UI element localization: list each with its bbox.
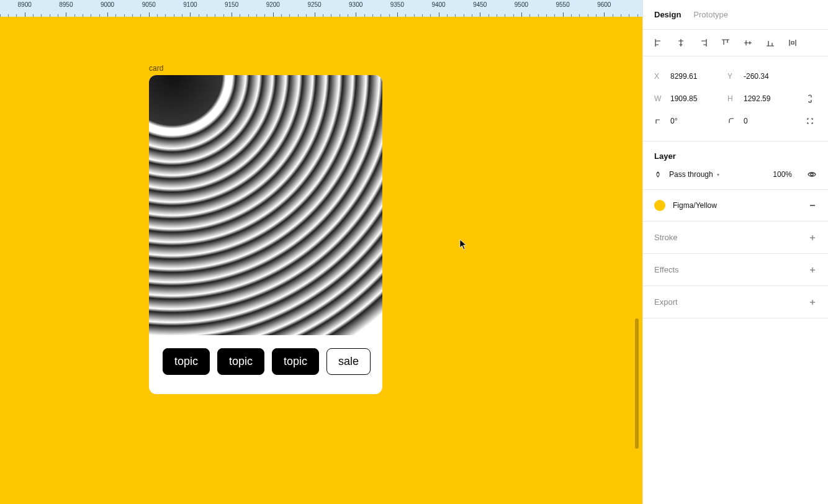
ruler-tick-label: 8950 [59, 1, 73, 8]
ruler-tick-label: 9250 [307, 1, 321, 8]
ruler-tick-label: 9500 [515, 1, 528, 8]
stroke-section: Stroke [643, 222, 828, 254]
cursor-icon [459, 239, 468, 250]
ruler-tick-label: 8900 [18, 1, 32, 8]
fill-section: Figma/Yellow [643, 190, 828, 222]
align-section [643, 30, 828, 56]
panel-tabs: Design Prototype [643, 0, 828, 30]
card-image[interactable] [149, 75, 382, 335]
layer-title: Layer [654, 151, 817, 161]
ruler-tick-label: 9300 [349, 1, 362, 8]
fill-style-name[interactable]: Figma/Yellow [673, 201, 717, 210]
visibility-toggle-icon[interactable] [807, 169, 817, 179]
h-input[interactable]: 1292.59 [744, 94, 770, 103]
ruler-tick-label: 9600 [597, 1, 611, 8]
ruler-tick-label: 9200 [266, 1, 280, 8]
w-input[interactable]: 1909.85 [670, 94, 697, 103]
y-input[interactable]: -260.34 [744, 72, 769, 81]
add-export-icon[interactable] [808, 298, 817, 307]
align-hcenter-icon[interactable] [677, 38, 685, 47]
chip-row: topictopictopicsale [149, 335, 382, 388]
chip-3[interactable]: sale [326, 348, 371, 375]
ruler-tick-label: 9550 [556, 1, 570, 8]
blend-mode-icon [654, 171, 662, 178]
x-label: X [654, 72, 663, 81]
add-effect-icon[interactable] [808, 266, 817, 274]
ruler-tick-label: 9450 [473, 1, 487, 8]
fill-swatch[interactable] [654, 200, 665, 211]
chevron-down-icon: ▾ [717, 172, 719, 178]
tab-prototype[interactable]: Prototype [693, 10, 728, 19]
corner-radius-icon [727, 117, 736, 125]
align-vcenter-icon[interactable] [744, 38, 752, 47]
ruler-tick-label: 9350 [390, 1, 404, 8]
y-label: Y [727, 72, 736, 81]
ruler-tick-label: 9000 [101, 1, 114, 8]
canvas-body[interactable]: card topictopictopicsale [0, 17, 642, 504]
align-bottom-icon[interactable] [766, 38, 775, 47]
effects-title: Effects [654, 265, 679, 274]
canvas-scrollbar[interactable] [635, 318, 639, 449]
layer-section: Layer Pass through ▾ 100% [643, 142, 828, 190]
ruler-tick-label: 9150 [225, 1, 238, 8]
rotation-icon [654, 117, 663, 125]
constrain-proportions-icon[interactable] [806, 94, 814, 103]
geometry-section: X 8299.61 Y -260.34 W 1909.85 H 1292.59 [643, 56, 828, 142]
svg-point-0 [811, 173, 813, 176]
align-left-icon[interactable] [654, 38, 663, 47]
ruler-tick-label: 9050 [142, 1, 156, 8]
rotation-input[interactable]: 0° [670, 117, 677, 125]
frame-label[interactable]: card [149, 64, 163, 73]
x-input[interactable]: 8299.61 [670, 72, 697, 81]
chip-2[interactable]: topic [272, 348, 319, 375]
blend-mode-value: Pass through [669, 170, 713, 179]
detach-style-icon[interactable] [808, 201, 817, 210]
ruler-horizontal[interactable]: 8850890089509000905091009150920092509300… [0, 0, 642, 17]
chip-0[interactable]: topic [163, 348, 210, 375]
ruler-tick-label: 9400 [431, 1, 445, 8]
blend-mode-select[interactable]: Pass through ▾ [669, 170, 719, 179]
tab-design[interactable]: Design [654, 10, 681, 19]
chip-1[interactable]: topic [217, 348, 264, 375]
canvas[interactable]: 8850890089509000905091009150920092509300… [0, 0, 642, 504]
align-right-icon[interactable] [699, 38, 708, 47]
stroke-title: Stroke [654, 233, 678, 242]
w-label: W [654, 94, 663, 103]
h-label: H [727, 94, 736, 103]
add-stroke-icon[interactable] [808, 233, 817, 242]
card-frame[interactable]: topictopictopicsale [149, 75, 382, 394]
radius-input[interactable]: 0 [744, 117, 748, 125]
opacity-input[interactable]: 100% [773, 170, 792, 179]
ruler-tick-label: 9100 [183, 1, 197, 8]
align-top-icon[interactable] [721, 38, 730, 47]
export-section: Export [643, 286, 828, 318]
export-title: Export [654, 297, 678, 307]
effects-section: Effects [643, 254, 828, 286]
independent-corners-icon[interactable] [806, 117, 814, 125]
properties-panel: Design Prototype X 8299.61 Y -260.34 [642, 0, 828, 504]
distribute-icon[interactable] [788, 38, 797, 47]
